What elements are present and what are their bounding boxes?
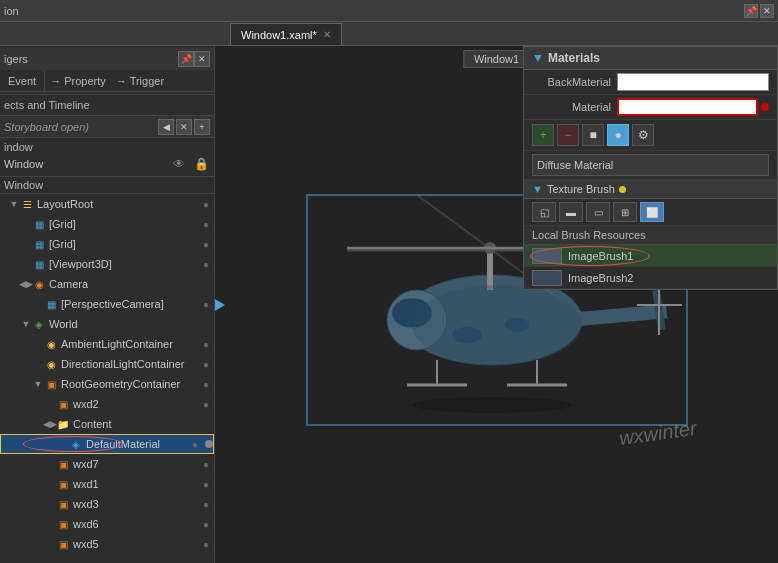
main-layout: igers 📌 ✕ Event → Property → Trigger ect…	[0, 46, 778, 563]
defaultmaterial-eye[interactable]: ●	[187, 436, 203, 452]
layoutroot-icon: ☰	[20, 197, 34, 211]
tree-item-wxd1[interactable]: ▣ wxd1 ●	[0, 474, 214, 494]
rootgeometry-icon: ▣	[44, 377, 58, 391]
tree-section[interactable]: Window ▼ ☰ LayoutRoot ● ▦ [Grid] ●	[0, 177, 214, 563]
wxd6-eye[interactable]: ●	[198, 516, 214, 532]
tree-item-defaultmaterial[interactable]: ◈ DefaultMaterial ●	[0, 434, 214, 454]
storyboard-btn2[interactable]: ✕	[176, 119, 192, 135]
tt-btn5[interactable]: ⬜	[640, 202, 664, 222]
materials-popup: ▼ Materials BackMaterial Material + − ■ …	[523, 46, 778, 290]
wxd3-eye[interactable]: ●	[198, 496, 214, 512]
tree-item-content[interactable]: ◀▶ 📁 Content	[0, 414, 214, 434]
trigger-btn[interactable]: → Trigger	[111, 73, 169, 89]
event-btn[interactable]: Event	[0, 70, 45, 91]
tree-item-wxd3[interactable]: ▣ wxd3 ●	[0, 494, 214, 514]
rootgeometry-text: RootGeometryContainer	[61, 378, 198, 390]
wxd3-icon: ▣	[56, 497, 70, 511]
tree-item-grid1[interactable]: ▦ [Grid] ●	[0, 214, 214, 234]
layoutroot-eye[interactable]: ●	[198, 196, 214, 212]
tree-item-wxd7[interactable]: ▣ wxd7 ●	[0, 454, 214, 474]
tree-item-ambientlight[interactable]: ◉ AmbientLightContainer ●	[0, 334, 214, 354]
tree-item-rootgeometry[interactable]: ▼ ▣ RootGeometryContainer ●	[0, 374, 214, 394]
grid2-text: [Grid]	[49, 238, 198, 250]
perspectivecamera-icon: ▦	[44, 297, 58, 311]
wxd7-icon: ▣	[56, 457, 70, 471]
tree-item-wxd5[interactable]: ▣ wxd5 ●	[0, 534, 214, 554]
diffuse-input[interactable]	[532, 154, 769, 176]
canvas-label: Window1	[463, 50, 530, 68]
tree-arrow-world: ▼	[20, 319, 32, 329]
wxd7-eye[interactable]: ●	[198, 456, 214, 472]
ambientlight-eye[interactable]: ●	[198, 336, 214, 352]
content-text: Content	[73, 418, 214, 430]
material-input[interactable]	[617, 98, 758, 116]
grid1-eye[interactable]: ●	[198, 216, 214, 232]
panel-header-title: igers	[4, 53, 178, 65]
wxd2-eye[interactable]: ●	[198, 396, 214, 412]
svg-point-17	[412, 285, 582, 365]
perspectivecamera-eye[interactable]: ●	[198, 296, 214, 312]
square-btn[interactable]: ■	[582, 124, 604, 146]
materials-popup-header: ▼ Materials	[524, 47, 777, 70]
remove-btn[interactable]: −	[557, 124, 579, 146]
grid1-text: [Grid]	[49, 218, 198, 230]
lock-icon[interactable]: 🔒	[192, 155, 210, 173]
tt-btn2[interactable]: ▬	[559, 202, 583, 222]
grid2-eye[interactable]: ●	[198, 236, 214, 252]
app-title: ion	[4, 5, 742, 17]
tab-close-icon[interactable]: ✕	[323, 29, 331, 40]
imagebrush1-item[interactable]: ImageBrush1	[524, 245, 777, 267]
wxd6-icon: ▣	[56, 517, 70, 531]
camera-text: Camera	[49, 278, 214, 290]
tree-arrow-rootgeometry: ▼	[32, 379, 44, 389]
tree-item-camera[interactable]: ◀▶ ◉ Camera	[0, 274, 214, 294]
pin-btn[interactable]: 📌	[744, 4, 758, 18]
tt-btn1[interactable]: ◱	[532, 202, 556, 222]
objects-title: ects and Timeline	[4, 97, 210, 113]
back-material-input[interactable]	[617, 73, 769, 91]
tt-btn3[interactable]: ▭	[586, 202, 610, 222]
directionallight-eye[interactable]: ●	[198, 356, 214, 372]
panel-pin-btn[interactable]: 📌	[178, 51, 194, 67]
ambientlight-text: AmbientLightContainer	[61, 338, 198, 350]
tab-window1xaml[interactable]: Window1.xaml* ✕	[230, 23, 342, 45]
viewport3d-text: [Viewport3D]	[49, 258, 198, 270]
window-section: indow Window 👁 🔒	[0, 138, 214, 177]
wxd5-eye[interactable]: ●	[198, 536, 214, 552]
tree-item-layoutroot[interactable]: ▼ ☰ LayoutRoot ●	[0, 194, 214, 214]
settings-btn[interactable]: ⚙	[632, 124, 654, 146]
wxd2-icon: ▣	[56, 397, 70, 411]
storyboard-btn1[interactable]: ◀	[158, 119, 174, 135]
rootgeometry-eye[interactable]: ●	[198, 376, 214, 392]
objects-section: ects and Timeline	[0, 95, 214, 116]
imagebrush2-preview	[532, 270, 562, 286]
materials-arrow-icon: ▼	[532, 51, 544, 65]
tree-item-directionallight[interactable]: ◉ DirectionalLightContainer ●	[0, 354, 214, 374]
world-text: World	[49, 318, 214, 330]
diffuse-row	[524, 151, 777, 180]
tt-btn4[interactable]: ⊞	[613, 202, 637, 222]
right-panel: Window1	[215, 46, 778, 563]
circle-btn[interactable]: ●	[607, 124, 629, 146]
left-panel: igers 📌 ✕ Event → Property → Trigger ect…	[0, 46, 215, 563]
tree-item-grid2[interactable]: ▦ [Grid] ●	[0, 234, 214, 254]
panel-close-btn[interactable]: ✕	[194, 51, 210, 67]
tree-item-perspectivecamera[interactable]: ▦ [PerspectiveCamera] ●	[0, 294, 214, 314]
wxd1-eye[interactable]: ●	[198, 476, 214, 492]
eye-icon[interactable]: 👁	[170, 155, 188, 173]
directionallight-text: DirectionalLightContainer	[61, 358, 198, 370]
property-btn[interactable]: → Property	[45, 73, 111, 89]
close-btn[interactable]: ✕	[760, 4, 774, 18]
svg-point-21	[412, 397, 572, 413]
tree-item-wxd6[interactable]: ▣ wxd6 ●	[0, 514, 214, 534]
tree-item-wxd2[interactable]: ▣ wxd2 ●	[0, 394, 214, 414]
defaultmaterial-text: DefaultMaterial	[86, 438, 187, 450]
texture-brush-header: ▼ Texture Brush	[524, 180, 777, 199]
add-btn[interactable]: +	[532, 124, 554, 146]
imagebrush2-item[interactable]: ImageBrush2	[524, 267, 777, 289]
tree-item-world[interactable]: ▼ ◈ World	[0, 314, 214, 334]
viewport3d-eye[interactable]: ●	[198, 256, 214, 272]
tree-item-viewport3d[interactable]: ▦ [Viewport3D] ●	[0, 254, 214, 274]
storyboard-btn3[interactable]: +	[194, 119, 210, 135]
window-label: indow	[4, 141, 210, 153]
